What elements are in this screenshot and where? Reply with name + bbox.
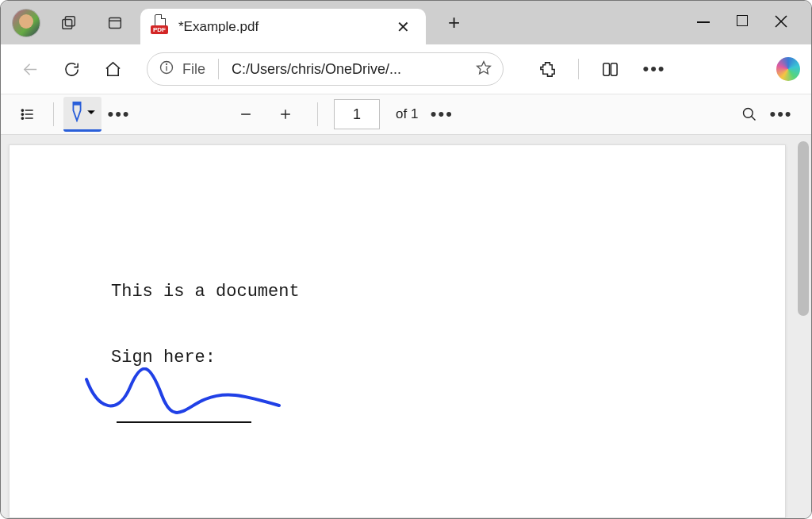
address-bar[interactable]: File C:/Users/chris/OneDrive/... <box>147 52 504 86</box>
browser-tab[interactable]: PDF *Example.pdf ✕ <box>140 9 426 45</box>
svg-marker-10 <box>477 61 491 73</box>
svg-rect-0 <box>65 16 75 25</box>
document-text-line: Sign here: <box>111 346 785 371</box>
separator <box>578 59 579 79</box>
page-number-input[interactable]: 1 <box>334 99 380 129</box>
svg-rect-1 <box>63 19 72 29</box>
window-minimize-button[interactable] <box>697 15 710 30</box>
draw-tool-active[interactable] <box>63 97 102 132</box>
separator <box>317 102 318 126</box>
title-bar: PDF *Example.pdf ✕ + <box>1 1 811 44</box>
pdf-more-tools-icon[interactable]: ••• <box>103 98 135 130</box>
back-button[interactable] <box>17 56 44 83</box>
document-text-line: This is a document <box>111 280 785 305</box>
separator <box>218 59 219 79</box>
svg-rect-2 <box>109 17 121 28</box>
tab-actions-icon[interactable] <box>104 12 126 34</box>
page-total-label: of 1 <box>396 106 418 122</box>
svg-point-9 <box>167 63 167 64</box>
url-scheme-label: File <box>182 61 205 78</box>
zoom-controls: 1 of 1 ••• <box>230 98 458 130</box>
svg-rect-20 <box>73 102 80 106</box>
window-close-button[interactable] <box>775 15 787 30</box>
site-info-icon[interactable] <box>159 60 174 79</box>
handwritten-signature <box>82 367 289 423</box>
refresh-button[interactable] <box>58 56 85 83</box>
window-maximize-button[interactable] <box>737 15 748 30</box>
browser-toolbar: File C:/Users/chris/OneDrive/... ••• <box>1 44 811 94</box>
vertical-scrollbar[interactable] <box>798 138 809 519</box>
svg-point-15 <box>21 113 23 115</box>
table-of-contents-icon[interactable] <box>12 98 44 130</box>
svg-point-17 <box>21 117 23 119</box>
chevron-down-icon[interactable] <box>86 106 97 121</box>
pen-icon <box>68 100 86 126</box>
toolbar-right: ••• <box>534 56 668 83</box>
svg-rect-11 <box>603 63 609 75</box>
tab-title: *Example.pdf <box>178 19 259 35</box>
new-tab-button[interactable]: + <box>442 10 466 35</box>
search-icon[interactable] <box>733 98 765 130</box>
document-viewport[interactable]: This is a document Sign here: <box>1 135 811 518</box>
favorite-icon[interactable] <box>476 60 492 79</box>
profile-avatar[interactable] <box>12 9 40 37</box>
tab-close-button[interactable]: ✕ <box>392 16 415 38</box>
svg-point-24 <box>744 109 753 118</box>
zoom-in-button[interactable] <box>270 98 301 130</box>
workspaces-icon[interactable] <box>58 12 80 34</box>
pdf-file-icon: PDF <box>153 19 169 35</box>
pdf-toolbar: ••• 1 of 1 ••• ••• <box>1 94 811 135</box>
split-screen-icon[interactable] <box>596 56 623 83</box>
svg-rect-12 <box>611 63 617 75</box>
svg-point-13 <box>21 110 23 111</box>
copilot-icon[interactable] <box>776 57 800 81</box>
pdf-settings-more-icon[interactable]: ••• <box>765 98 797 130</box>
signature-line <box>117 421 251 423</box>
settings-more-icon[interactable]: ••• <box>641 56 668 83</box>
home-button[interactable] <box>99 56 126 83</box>
url-path: C:/Users/chris/OneDrive/... <box>232 61 468 78</box>
page-view-more-icon[interactable]: ••• <box>426 98 458 130</box>
svg-line-25 <box>752 117 756 121</box>
extensions-icon[interactable] <box>534 56 561 83</box>
zoom-out-button[interactable] <box>230 98 262 130</box>
window-controls <box>697 15 805 30</box>
pdf-page[interactable]: This is a document Sign here: <box>9 144 786 518</box>
separator <box>53 102 54 126</box>
scrollbar-thumb[interactable] <box>798 141 809 316</box>
